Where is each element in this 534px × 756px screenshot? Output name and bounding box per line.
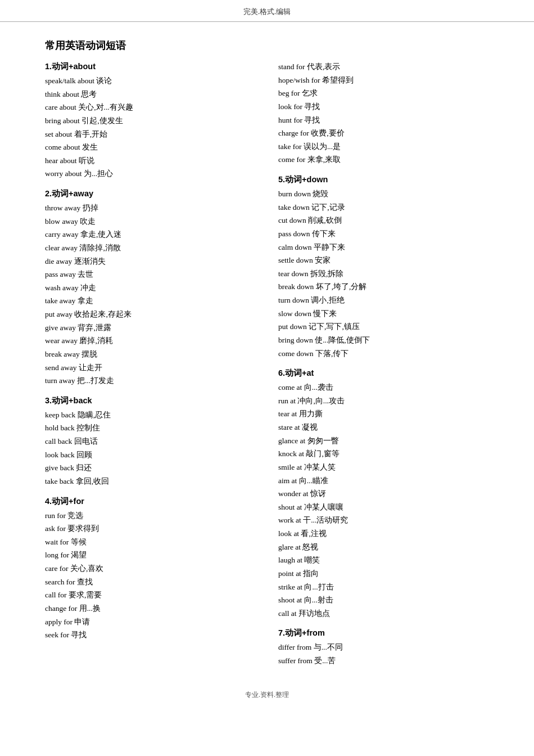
phrase-line: think about 思考: [45, 88, 256, 101]
phrase-line: take back 拿回,收回: [45, 475, 256, 488]
phrase-line: strike at 向...打击: [278, 580, 489, 594]
phrase-line: shout at 冲某人嚷嚷: [278, 501, 489, 514]
phrase-line: calm down 平静下来: [278, 241, 489, 254]
phrase-line: apply for 申请: [45, 615, 256, 629]
phrase-line: slow down 慢下来: [278, 307, 489, 321]
phrase-line: bring down 使...降低,使倒下: [278, 334, 489, 347]
phrase-line: set about 着手,开始: [45, 128, 256, 141]
footer-text: 专业.资料.整理: [245, 691, 289, 699]
phrase-line: call for 要求,需要: [45, 588, 256, 602]
phrase-line: clear away 清除掉,消散: [45, 241, 256, 255]
section-heading: 7.动词+from: [278, 628, 489, 638]
phrase-line: throw away 扔掉: [45, 201, 256, 215]
phrase-line: long for 渴望: [45, 548, 256, 562]
phrase-line: stand for 代表,表示: [278, 60, 489, 74]
phrase-line: work at 干...活动研究: [278, 514, 489, 527]
phrase-line: blow away 吹走: [45, 215, 256, 228]
phrase-line: smile at 冲某人笑: [278, 461, 489, 474]
phrase-line: die away 逐渐消失: [45, 255, 256, 268]
phrase-line: seek for 寻找: [45, 628, 256, 642]
left-column: 常用英语动词短语 1.动词+aboutspeak/talk about 谈论th…: [45, 39, 256, 668]
phrase-line: look for 寻找: [278, 100, 489, 114]
phrase-line: hold back 控制住: [45, 421, 256, 435]
section-heading: 6.动词+at: [278, 368, 489, 379]
phrase-line: break away 摆脱: [45, 348, 256, 361]
phrase-line: differ from 与...不同: [278, 641, 489, 654]
main-title: 常用英语动词短语: [45, 39, 256, 52]
phrase-line: glare at 怒视: [278, 541, 489, 554]
phrase-line: call at 拜访地点: [278, 607, 489, 620]
phrase-line: wash away 冲走: [45, 281, 256, 295]
section-heading: 2.动词+away: [45, 188, 256, 199]
header-title: 完美.格式.编辑: [243, 7, 291, 16]
phrase-line: take down 记下,记录: [278, 201, 489, 214]
phrase-line: carry away 拿走,使入迷: [45, 228, 256, 241]
phrase-line: charge for 收费,要价: [278, 127, 489, 140]
right-column: stand for 代表,表示hope/wish for 希望得到beg for…: [278, 39, 489, 668]
phrase-line: speak/talk about 谈论: [45, 74, 256, 88]
section-heading: 3.动词+back: [45, 395, 256, 406]
phrase-line: hear about 听说: [45, 154, 256, 168]
phrase-line: settle down 安家: [278, 254, 489, 267]
phrase-line: wear away 磨掉,消耗: [45, 334, 256, 348]
phrase-line: run for 竞选: [45, 509, 256, 523]
phrase-line: give away 背弃,泄露: [45, 321, 256, 335]
phrase-line: hunt for 寻找: [278, 114, 489, 127]
right-sections: stand for 代表,表示hope/wish for 希望得到beg for…: [278, 39, 489, 668]
phrase-line: pass away 去世: [45, 268, 256, 281]
phrase-line: knock at 敲门,窗等: [278, 447, 489, 461]
left-sections: 1.动词+aboutspeak/talk about 谈论think about…: [45, 61, 256, 642]
section-heading: 1.动词+about: [45, 61, 256, 72]
phrase-line: send away 让走开: [45, 361, 256, 375]
phrase-line: glance at 匆匆一瞥: [278, 434, 489, 448]
phrase-line: care for 关心,喜欢: [45, 562, 256, 575]
phrase-line: put away 收拾起来,存起来: [45, 308, 256, 321]
phrase-line: come about 发生: [45, 141, 256, 154]
phrase-line: hope/wish for 希望得到: [278, 74, 489, 87]
phrase-line: worry about 为...担心: [45, 167, 256, 181]
phrase-line: come for 来拿,来取: [278, 153, 489, 166]
phrase-line: come at 向...袭击: [278, 381, 489, 394]
phrase-line: put down 记下,写下,镇压: [278, 320, 489, 334]
phrase-line: wait for 等候: [45, 536, 256, 549]
phrase-line: stare at 凝视: [278, 421, 489, 434]
phrase-line: tear down 拆毁,拆除: [278, 267, 489, 281]
phrase-line: take for 误以为...是: [278, 140, 489, 154]
phrase-line: look back 回顾: [45, 448, 256, 462]
phrase-line: tear at 用力撕: [278, 407, 489, 421]
phrase-line: take away 拿走: [45, 294, 256, 308]
phrase-line: run at 冲向,向...攻击: [278, 394, 489, 408]
phrase-line: search for 查找: [45, 575, 256, 589]
phrase-line: care about 关心,对...有兴趣: [45, 101, 256, 114]
phrase-line: come down 下落,传下: [278, 347, 489, 361]
section-heading: 4.动词+for: [45, 496, 256, 507]
phrase-line: change for 用...换: [45, 602, 256, 615]
page-header: 完美.格式.编辑: [0, 0, 534, 22]
page-footer: 专业.资料.整理: [0, 685, 534, 709]
phrase-line: break down 坏了,垮了,分解: [278, 280, 489, 294]
phrase-line: give back 归还: [45, 461, 256, 475]
phrase-line: point at 指向: [278, 567, 489, 580]
phrase-line: ask for 要求得到: [45, 522, 256, 536]
page-content: 常用英语动词短语 1.动词+aboutspeak/talk about 谈论th…: [0, 22, 534, 679]
phrase-line: turn away 把...打发走: [45, 374, 256, 388]
phrase-line: shoot at 向...射击: [278, 593, 489, 607]
phrase-line: bring about 引起,使发生: [45, 114, 256, 128]
phrase-line: turn down 调小,拒绝: [278, 294, 489, 307]
phrase-line: cut down 削减,砍倒: [278, 214, 489, 227]
phrase-line: look at 看,注视: [278, 527, 489, 541]
phrase-line: suffer from 受...苦: [278, 654, 489, 668]
phrase-line: burn down 烧毁: [278, 187, 489, 201]
section-heading: 5.动词+down: [278, 174, 489, 185]
phrase-line: keep back 隐瞒,忍住: [45, 408, 256, 422]
phrase-line: wonder at 惊讶: [278, 487, 489, 501]
phrase-line: aim at 向...瞄准: [278, 474, 489, 488]
phrase-line: laugh at 嘲笑: [278, 554, 489, 567]
phrase-line: call back 回电话: [45, 435, 256, 448]
phrase-line: pass down 传下来: [278, 227, 489, 241]
phrase-line: beg for 乞求: [278, 87, 489, 100]
